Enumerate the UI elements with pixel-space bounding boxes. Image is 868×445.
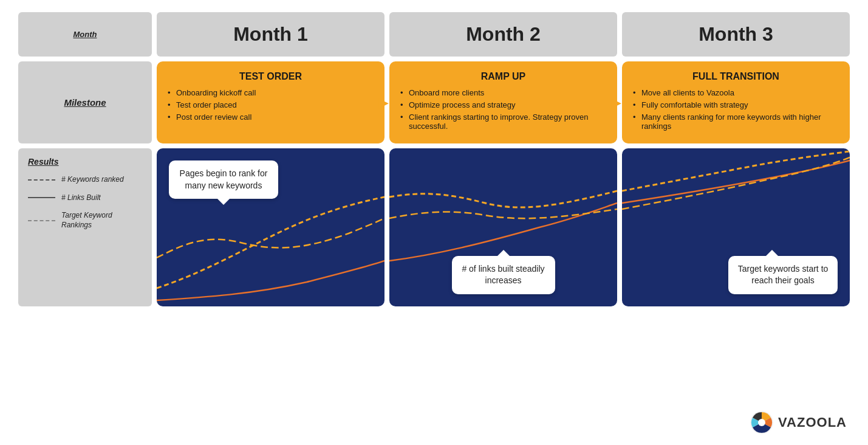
milestone-col2-bullets: Onboard more clients Optimize process an… — [400, 88, 606, 131]
header-col0: Month — [18, 12, 152, 57]
callout-keywords-rank: Pages begin to rank for many new keyword… — [169, 160, 278, 199]
legend-solid-line — [28, 197, 55, 198]
callout-target-keywords: Target keywords start to reach their goa… — [728, 256, 838, 294]
milestone-col1: TEST ORDER Onboarding kickoff call Test … — [157, 61, 384, 143]
bullet-item: Fully comfortable with strategy — [633, 100, 839, 109]
bullet-item: Test order placed — [168, 100, 374, 109]
header-col2: Month 2 — [389, 12, 617, 57]
bullet-item: Optimize process and strategy — [400, 100, 606, 109]
header-col3: Month 3 — [622, 12, 850, 57]
header-col3-title: Month 3 — [699, 23, 773, 46]
header-row: Month Month 1 Month 2 Month 3 — [18, 12, 850, 57]
bullet-item: Many clients ranking for more keywords w… — [633, 112, 839, 131]
bullet-item: Post order review call — [168, 112, 374, 122]
results-chart-2: ▶ # of links built steadily increases — [389, 148, 617, 306]
header-col1: Month 1 — [157, 12, 384, 57]
results-row: Results # Keywords ranked # Links Built … — [18, 148, 850, 306]
bullet-item: Onboarding kickoff call — [168, 88, 374, 97]
header-col0-label: Month — [73, 30, 97, 39]
bullet-item: Client rankings starting to improve. Str… — [400, 112, 606, 131]
header-col2-title: Month 2 — [466, 23, 541, 46]
milestone-col3-bullets: Move all clients to Vazoola Fully comfor… — [633, 88, 839, 131]
bullet-item: Move all clients to Vazoola — [633, 88, 839, 97]
bullet-item: Onboard more clients — [400, 88, 606, 97]
results-legend-cell: Results # Keywords ranked # Links Built … — [18, 148, 152, 306]
header-col1-title: Month 1 — [233, 23, 308, 46]
legend-target-rankings: Target Keyword Rankings — [28, 211, 142, 230]
milestone-col2: ▶ RAMP UP Onboard more clients Optimize … — [389, 61, 617, 143]
logo-area: VAZOOLA — [750, 411, 847, 434]
legend-links-built: # Links Built — [28, 193, 142, 203]
legend-keywords-ranked: # Keywords ranked — [28, 175, 142, 185]
milestone-col2-title: RAMP UP — [400, 71, 606, 82]
milestone-row: Milestone TEST ORDER Onboarding kickoff … — [18, 61, 850, 143]
milestone-col1-title: TEST ORDER — [168, 71, 374, 82]
arrow-icon: ▶ — [611, 95, 621, 111]
arrow-icon: ▶ — [378, 95, 389, 111]
legend-dashed-line2 — [28, 220, 55, 221]
svg-point-1 — [758, 419, 765, 426]
results-chart-3: ▶ Target keywords start to reach their g… — [622, 148, 850, 306]
milestone-col3: ▶ FULL TRANSITION Move all clients to Va… — [622, 61, 850, 143]
results-chart-1: Pages begin to rank for many new keyword… — [157, 148, 384, 306]
milestone-label: Milestone — [18, 61, 152, 143]
logo-text: VAZOOLA — [778, 415, 847, 430]
legend-label: # Links Built — [61, 193, 101, 203]
legend-label: # Keywords ranked — [61, 175, 124, 185]
callout-links-built: # of links built steadily increases — [452, 256, 555, 294]
legend-dashed-line — [28, 179, 55, 181]
milestone-col1-bullets: Onboarding kickoff call Test order place… — [168, 88, 374, 122]
milestone-col3-title: FULL TRANSITION — [633, 71, 839, 82]
legend-label: Target Keyword Rankings — [61, 211, 142, 230]
logo-icon — [750, 411, 773, 434]
results-title: Results — [28, 157, 142, 167]
